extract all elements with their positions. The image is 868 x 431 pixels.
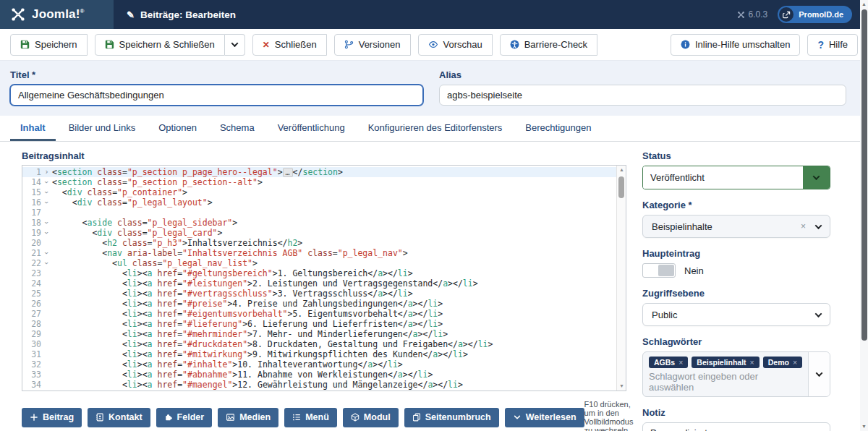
remove-tag-icon[interactable]: × [678, 358, 683, 367]
code-line-23[interactable]: 23 <li><a href="#geltungsbereich">1. Gel… [22, 268, 626, 278]
remove-tag-icon[interactable]: × [793, 358, 797, 367]
featured-toggle[interactable] [642, 263, 676, 278]
inline-help-button[interactable]: Inline-Hilfe umschalten [671, 34, 801, 56]
code-line-text[interactable]: <div class="p_legal_card"> [52, 228, 626, 238]
category-select[interactable]: Beispielinhalte × [642, 215, 830, 238]
code-line-text[interactable]: <li><a href="#lieferung">6. Lieferung un… [52, 319, 626, 329]
code-line-14[interactable]: 14›<section class="p_section p_section--… [22, 177, 626, 187]
code-line-text[interactable]: <li><a href="#leistungen">2. Leistungen … [52, 278, 626, 289]
joomla-brand[interactable]: Joomla!® [0, 0, 114, 29]
fold-gutter[interactable] [41, 329, 52, 339]
scroll-down-icon[interactable]: ▼ [860, 422, 868, 430]
code-line-29[interactable]: 29 <li><a href="#mehrminder">7. Mehr- un… [22, 329, 626, 339]
save-close-button[interactable]: Speichern & Schließen [95, 34, 225, 56]
scroll-up-icon[interactable]: ▲ [617, 166, 626, 174]
code-line-text[interactable]: <li><a href="#vertragsschluss">3. Vertra… [52, 289, 626, 299]
save-close-dropdown-toggle[interactable] [225, 34, 245, 56]
close-button[interactable]: ✕Schließen [252, 34, 327, 56]
felder-button[interactable]: Felder [156, 408, 213, 427]
fold-gutter[interactable] [41, 238, 52, 248]
promoid-link-button[interactable]: PromoID.de [778, 6, 852, 23]
code-line-text[interactable]: <li><a href="#preise">4. Preise und Zahl… [52, 299, 626, 309]
modul-button[interactable]: Modul [343, 408, 399, 427]
tab-inhalt[interactable]: Inhalt [10, 116, 56, 141]
access-select[interactable]: Public [642, 303, 830, 326]
tab-schema[interactable]: Schema [210, 116, 265, 141]
code-line-34[interactable]: 34 <li><a href="#maengel">12. Gewährleis… [22, 380, 626, 390]
code-line-text[interactable]: <li><a href="#geltungsbereich">1. Geltun… [52, 268, 626, 278]
code-line-text[interactable]: <li><a href="#mitwirkung">9. Mitwirkungs… [52, 349, 626, 359]
fold-gutter[interactable] [41, 370, 52, 380]
fold-gutter[interactable] [41, 299, 52, 309]
status-dropdown-button[interactable] [803, 166, 830, 189]
code-line-text[interactable]: <li><a href="#maengel">12. Gewährleistun… [52, 380, 626, 390]
status-select[interactable]: Veröffentlicht [642, 166, 830, 189]
code-line-text[interactable]: <div class="p_container"> [52, 187, 626, 197]
code-line-24[interactable]: 24 <li><a href="#leistungen">2. Leistung… [22, 278, 626, 289]
note-input[interactable] [642, 422, 830, 431]
tags-select[interactable]: AGBs×Beispielinhalt×Demo× Schlagwort ein… [642, 351, 830, 397]
code-line-22[interactable]: 22› <ul class="p_legal_nav_list"> [22, 258, 626, 268]
fold-gutter[interactable]: › [41, 177, 52, 187]
code-line-text[interactable]: <div class="p_legal_layout"> [52, 197, 626, 208]
code-line-18[interactable]: 18› <aside class="p_legal_sidebar"> [22, 218, 626, 228]
tab-editorfenster[interactable]: Konfigurieren des Editorfensters [358, 116, 513, 141]
code-line-17[interactable]: 17 [22, 208, 626, 218]
scroll-up-icon[interactable]: ▲ [860, 0, 868, 8]
fold-gutter[interactable] [41, 319, 52, 329]
code-line-30[interactable]: 30 <li><a href="#druckdaten">8. Druckdat… [22, 339, 626, 349]
code-line-19[interactable]: 19› <div class="p_legal_card"> [22, 228, 626, 238]
tab-bilder-und-links[interactable]: Bilder und Links [59, 116, 146, 141]
code-line-text[interactable]: <li><a href="#eigentumsvorbehalt">5. Eig… [52, 309, 626, 319]
code-line-26[interactable]: 26 <li><a href="#preise">4. Preise und Z… [22, 299, 626, 309]
editor-scrollbar-thumb[interactable] [618, 176, 624, 198]
code-line-27[interactable]: 27 <li><a href="#eigentumsvorbehalt">5. … [22, 309, 626, 319]
code-line-text[interactable]: <h2 class="p_h3">Inhaltsverzeichnis</h2> [52, 238, 626, 248]
tab-veroeffentlichung[interactable]: Veröffentlichung [268, 116, 355, 141]
code-line-text[interactable]: <aside class="p_legal_sidebar"> [52, 218, 626, 228]
code-line-33[interactable]: 33 <li><a href="#abnahme">11. Abnahme vo… [22, 370, 626, 380]
fold-gutter[interactable] [41, 309, 52, 319]
code-line-text[interactable]: <section class="p_section p_page_hero--l… [52, 167, 626, 177]
versions-button[interactable]: Versionen [334, 34, 411, 56]
seitenumbruch-button[interactable]: Seitenumbruch [404, 408, 499, 427]
code-line-text[interactable]: <section class="p_section p_section--alt… [52, 177, 626, 187]
editor-scrollbar[interactable]: ▲ ▼ [616, 166, 626, 391]
code-line-text[interactable]: <li><a href="#druckdaten">8. Druckdaten,… [52, 339, 626, 349]
code-line-32[interactable]: 32 <li><a href="#inhalte">10. Inhaltever… [22, 359, 626, 370]
category-clear-icon[interactable]: × [801, 221, 806, 231]
code-line-text[interactable] [52, 208, 626, 218]
kontakt-button[interactable]: Kontakt [88, 408, 150, 427]
fold-gutter[interactable] [41, 349, 52, 359]
code-line-text[interactable]: <li><a href="#abnahme">11. Abnahme von W… [52, 370, 626, 380]
fold-gutter[interactable] [41, 268, 52, 278]
remove-tag-icon[interactable]: × [750, 358, 754, 367]
code-line-text[interactable]: <nav aria-label="Inhaltsverzeichnis AGB"… [52, 248, 626, 258]
fold-gutter[interactable]: › [41, 187, 52, 197]
help-button[interactable]: ?Hilfe [807, 34, 858, 56]
folded-code-placeholder[interactable]: … [283, 168, 293, 177]
fold-gutter[interactable]: › [41, 167, 52, 177]
fold-gutter[interactable]: › [41, 197, 52, 208]
code-line-25[interactable]: 25 <li><a href="#vertragsschluss">3. Ver… [22, 289, 626, 299]
tags-dropdown-button[interactable] [808, 352, 830, 396]
page-scrollbar-thumb[interactable] [861, 9, 867, 341]
alias-input[interactable] [439, 85, 846, 106]
code-line-20[interactable]: 20 <h2 class="p_h3">Inhaltsverzeichnis</… [22, 238, 626, 248]
code-line-1[interactable]: 1›<section class="p_section p_page_hero-… [22, 167, 626, 177]
menue-button[interactable]: Menü [284, 408, 337, 427]
fold-gutter[interactable]: › [41, 258, 52, 268]
fold-gutter[interactable] [41, 289, 52, 299]
fold-gutter[interactable]: › [41, 228, 52, 238]
fold-gutter[interactable] [41, 208, 52, 218]
code-line-31[interactable]: 31 <li><a href="#mitwirkung">9. Mitwirku… [22, 349, 626, 359]
code-line-16[interactable]: 16› <div class="p_legal_layout"> [22, 197, 626, 208]
save-button[interactable]: Speichern [10, 34, 88, 56]
fold-gutter[interactable] [41, 380, 52, 390]
page-scrollbar[interactable]: ▲ ▼ [860, 0, 868, 431]
code-editor[interactable]: 1›<section class="p_section p_page_hero-… [22, 165, 626, 391]
weiterlesen-button[interactable]: Weiterlesen [505, 408, 584, 427]
beitrag-button[interactable]: Beitrag [22, 408, 82, 427]
fold-gutter[interactable] [41, 359, 52, 370]
fold-gutter[interactable]: › [41, 218, 52, 228]
